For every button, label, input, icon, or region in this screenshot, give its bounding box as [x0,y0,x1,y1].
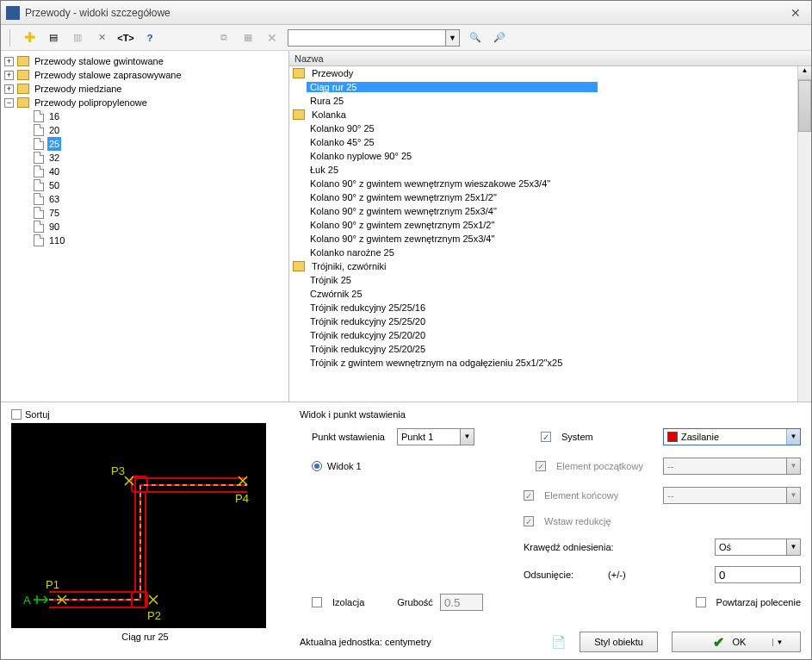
izolacja-checkbox[interactable] [312,597,322,607]
list-item[interactable]: Czwórnik 25 [289,287,811,301]
tree-label: 110 [47,233,66,247]
widok-radio[interactable] [312,461,322,471]
list-item[interactable]: Kolano 90° z gwintem zewnętrznym 25x3/4" [289,232,811,246]
preview-p4-label: P4 [235,492,249,505]
list-label: Kolanko 90° 25 [307,123,378,134]
filter-combo[interactable]: ▼ [288,29,460,47]
wstaw-red-checkbox [524,516,534,526]
expand-icon[interactable]: + [4,57,14,66]
tree-item[interactable]: 75 [4,206,285,220]
odsun-pm: (+/-) [608,570,625,580]
text-icon[interactable]: <T> [117,29,134,47]
close-button[interactable]: ✕ [785,4,806,22]
preview-p3-label: P3 [111,464,125,477]
list-item[interactable]: Kolano 90° z gwintem wewnętrznym 25x1/2" [289,190,811,204]
grubosc-input [440,594,483,611]
list-group[interactable]: Przewody [289,66,811,80]
list-header[interactable]: Nazwa [289,51,811,66]
tree-folder[interactable]: −Przewody polipropylenowe [4,96,285,109]
list-label: Kolanko 45° 25 [307,137,378,147]
add-icon[interactable]: ✚ [21,29,38,47]
folder-icon [293,109,305,120]
file-icon [34,179,44,191]
styl-icon[interactable]: 📄 [551,635,566,649]
collapse-icon[interactable]: − [4,98,14,108]
odsun-input[interactable] [715,566,801,583]
ok-button[interactable]: ✔ OK ▼ [672,632,801,652]
list-item[interactable]: Ciąg rur 25 [289,80,811,94]
help-icon[interactable]: ? [141,29,158,47]
find-icon[interactable]: 🔎 [491,29,508,47]
file-icon [34,110,44,122]
copy-icon[interactable]: ⧉ [215,29,232,47]
tree-item[interactable]: 25 [4,137,285,151]
list-item[interactable]: Trójnik redukcyjny 25/20/25 [289,342,811,356]
krawedz-label: Krawędź odniesienia: [524,542,614,552]
folder-icon [17,84,29,94]
list-item[interactable]: Kolano 90° z gwintem zewnętrznym 25x1/2" [289,218,811,232]
tree-folder[interactable]: +Przewody stalowe zaprasowywane [4,68,285,82]
tree-item[interactable]: 50 [4,178,285,192]
tree-item[interactable]: 16 [4,109,285,123]
system-combo[interactable]: Zasilanie ▼ [663,428,801,445]
expand-icon[interactable]: + [4,84,14,94]
list-item[interactable]: Rura 25 [289,94,811,108]
tree-panel: +Przewody stalowe gwintowane+Przewody st… [1,51,289,402]
expand-icon[interactable]: + [4,71,14,80]
list-label: Trójniki, czwórniki [308,261,389,271]
system-checkbox[interactable] [541,432,551,442]
tree-item[interactable]: 32 [4,151,285,165]
list-label: Trójnik 25 [307,275,355,285]
scrollbar[interactable]: ▲ [797,66,811,402]
list-label: Trójnik redukcyjny 25/20/20 [307,330,429,340]
odsun-label: Odsunięcie: [524,570,573,580]
punkt-combo[interactable]: Punkt 1 ▼ [397,428,474,445]
list-item[interactable]: Kolano 90° z gwintem wewnętrznym 25x3/4" [289,204,811,218]
list-label: Kolano 90° z gwintem wewnętrznym wieszak… [307,178,554,189]
search-icon[interactable]: 🔍 [467,29,484,47]
chevron-down-icon: ▼ [786,429,800,445]
list-item[interactable]: Kolano 90° z gwintem wewnętrznym wieszak… [289,177,811,190]
list-item[interactable]: Kolanko 90° 25 [289,121,811,135]
list-item[interactable]: Kolanko narożne 25 [289,246,811,259]
list-item[interactable]: Trójnik 25 [289,273,811,287]
jednostka-label: Aktualna jednostka: centymetry [300,637,431,647]
paste-icon[interactable]: ▦ [239,29,257,47]
list-group[interactable]: Trójniki, czwórniki [289,259,811,273]
category-tree[interactable]: +Przewody stalowe gwintowane+Przewody st… [1,51,288,402]
tree-folder[interactable]: +Przewody stalowe gwintowane [4,54,285,68]
list-group[interactable]: Kolanka [289,108,811,121]
tree-item[interactable]: 110 [4,233,285,247]
list-item[interactable]: Trójnik redukcyjny 25/20/20 [289,328,811,342]
tree-item[interactable]: 63 [4,192,285,206]
list-label: Trójnik redukcyjny 25/25/20 [307,316,429,327]
list-icon[interactable]: ▥ [69,29,86,47]
list-item[interactable]: Kolanko nyplowe 90° 25 [289,149,811,163]
elem-kon-checkbox [524,490,534,501]
tree-label: 63 [47,192,61,206]
tree-item[interactable]: 90 [4,220,285,233]
list-item[interactable]: Trójnik z gwintem wewnętrznym na odgałęz… [289,356,811,370]
krawedz-combo[interactable]: Oś ▼ [715,539,801,556]
folder-icon [293,68,305,78]
tree-item[interactable]: 20 [4,123,285,137]
tree-label: 16 [47,109,61,123]
powtarzaj-checkbox[interactable] [696,597,706,607]
list-body[interactable]: PrzewodyCiąg rur 25Rura 25KolankaKolanko… [289,66,811,402]
list-item[interactable]: Trójnik redukcyjny 25/25/16 [289,301,811,314]
tree-label: 75 [47,206,61,220]
elem-kon-combo: -- ▼ [663,487,801,504]
styl-button[interactable]: Styl obiektu [580,632,658,652]
list-item[interactable]: Trójnik redukcyjny 25/25/20 [289,314,811,328]
tree-folder[interactable]: +Przewody miedziane [4,82,285,96]
sortuj-checkbox[interactable] [11,409,22,420]
chevron-down-icon: ▼ [772,638,786,646]
delete-icon[interactable]: ✕ [263,29,281,47]
list-item[interactable]: Łuk 25 [289,163,811,177]
tree-item[interactable]: 40 [4,165,285,178]
detail-icon[interactable]: ▤ [45,29,62,47]
list-item[interactable]: Kolanko 45° 25 [289,135,811,149]
tree-label: Przewody miedziane [33,82,124,96]
tools-icon[interactable]: ✕ [93,29,110,47]
chevron-down-icon: ▼ [786,539,800,555]
